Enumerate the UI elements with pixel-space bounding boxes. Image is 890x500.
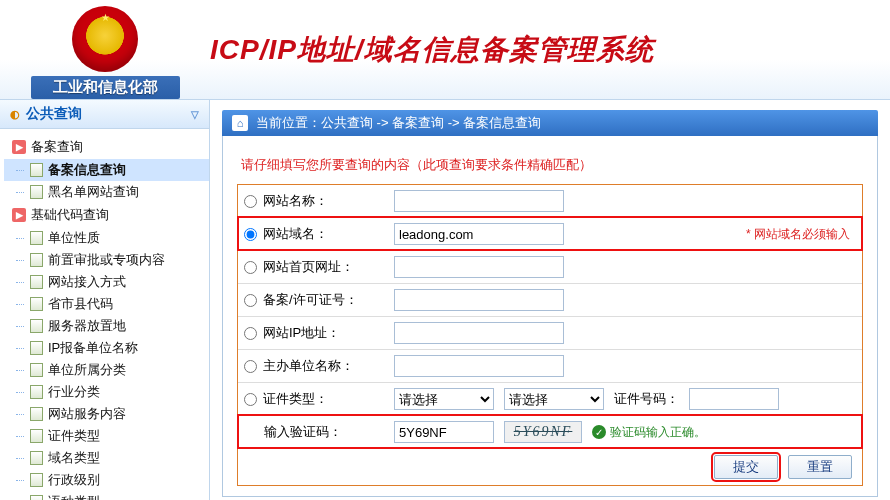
- label-site-domain[interactable]: 网站域名：: [244, 225, 394, 243]
- sidebar-group[interactable]: ▶基础代码查询: [4, 203, 209, 227]
- sidebar-item-label: 服务器放置地: [48, 317, 126, 335]
- label-site-ip[interactable]: 网站IP地址：: [244, 324, 394, 342]
- document-icon: [30, 385, 43, 399]
- sidebar-group-label: 基础代码查询: [31, 206, 109, 224]
- row-captcha: 输入验证码： 5Y69NF ✓验证码输入正确。: [238, 415, 862, 448]
- sidebar-item-label: 域名类型: [48, 449, 100, 467]
- sidebar-item-label: 网站接入方式: [48, 273, 126, 291]
- sidebar-group-label: 备案查询: [31, 138, 83, 156]
- form-container: 网站名称： 网站域名： * 网站域名必须输入 网站首页网址： 备案/许可证号：: [237, 184, 863, 486]
- input-cert-no[interactable]: [689, 388, 779, 410]
- sidebar-item[interactable]: 前置审批或专项内容: [4, 249, 209, 271]
- required-note: * 网站域名必须输入: [746, 226, 850, 243]
- radio-filing-no[interactable]: [244, 294, 257, 307]
- sidebar-header[interactable]: ◐ 公共查询 ▽: [0, 100, 209, 129]
- sidebar-item[interactable]: 备案信息查询: [4, 159, 209, 181]
- sidebar-item[interactable]: 域名类型: [4, 447, 209, 469]
- radio-site-ip[interactable]: [244, 327, 257, 340]
- ministry-name: 工业和信息化部: [31, 76, 180, 99]
- sidebar-item-label: 前置审批或专项内容: [48, 251, 165, 269]
- ministry-block: 工业和信息化部: [0, 0, 210, 99]
- check-icon: ✓: [592, 425, 606, 439]
- row-filing-no: 备案/许可证号：: [238, 283, 862, 316]
- input-site-ip[interactable]: [394, 322, 564, 344]
- reset-button[interactable]: 重置: [788, 455, 852, 479]
- cert-no-label: 证件号码：: [614, 390, 679, 408]
- sidebar-item-label: 行业分类: [48, 383, 100, 401]
- sidebar-tree: ▶备案查询备案信息查询黑名单网站查询▶基础代码查询单位性质前置审批或专项内容网站…: [0, 129, 209, 500]
- document-icon: [30, 341, 43, 355]
- sidebar-item-label: 省市县代码: [48, 295, 113, 313]
- sidebar-item-label: 备案信息查询: [48, 161, 126, 179]
- main-content: ⌂ 当前位置：公共查询 -> 备案查询 -> 备案信息查询 请仔细填写您所要查询…: [210, 100, 890, 500]
- radio-sponsor[interactable]: [244, 360, 257, 373]
- expand-icon: ◐: [10, 108, 20, 121]
- sidebar-title: 公共查询: [26, 105, 82, 123]
- document-icon: [30, 297, 43, 311]
- label-captcha: 输入验证码：: [244, 423, 394, 441]
- query-panel: 请仔细填写您所要查询的内容（此项查询要求条件精确匹配） 网站名称： 网站域名： …: [222, 136, 878, 497]
- radio-site-name[interactable]: [244, 195, 257, 208]
- document-icon: [30, 363, 43, 377]
- sidebar-item[interactable]: 网站服务内容: [4, 403, 209, 425]
- sidebar-group[interactable]: ▶备案查询: [4, 135, 209, 159]
- label-sponsor[interactable]: 主办单位名称：: [244, 357, 394, 375]
- folder-icon: ▶: [12, 208, 26, 222]
- captcha-ok: ✓验证码输入正确。: [592, 424, 706, 441]
- label-site-homepage[interactable]: 网站首页网址：: [244, 258, 394, 276]
- sidebar-item[interactable]: 黑名单网站查询: [4, 181, 209, 203]
- document-icon: [30, 429, 43, 443]
- document-icon: [30, 473, 43, 487]
- row-site-ip: 网站IP地址：: [238, 316, 862, 349]
- radio-cert[interactable]: [244, 393, 257, 406]
- page-header: 工业和信息化部 ICP/IP地址/域名信息备案管理系统: [0, 0, 890, 100]
- national-emblem-icon: [72, 6, 138, 72]
- document-icon: [30, 319, 43, 333]
- sidebar-item[interactable]: 证件类型: [4, 425, 209, 447]
- label-filing-no[interactable]: 备案/许可证号：: [244, 291, 394, 309]
- site-title: ICP/IP地址/域名信息备案管理系统: [210, 31, 654, 69]
- radio-site-domain[interactable]: [244, 228, 257, 241]
- sidebar-item[interactable]: 行业分类: [4, 381, 209, 403]
- input-site-name[interactable]: [394, 190, 564, 212]
- input-site-domain[interactable]: [394, 223, 564, 245]
- input-sponsor[interactable]: [394, 355, 564, 377]
- input-filing-no[interactable]: [394, 289, 564, 311]
- chevron-down-icon: ▽: [191, 109, 199, 120]
- captcha-image[interactable]: 5Y69NF: [504, 421, 582, 443]
- sidebar-item-label: 网站服务内容: [48, 405, 126, 423]
- document-icon: [30, 253, 43, 267]
- document-icon: [30, 231, 43, 245]
- row-sponsor: 主办单位名称：: [238, 349, 862, 382]
- sidebar-item[interactable]: 行政级别: [4, 469, 209, 491]
- button-row: 提交 重置: [238, 448, 862, 485]
- label-site-name[interactable]: 网站名称：: [244, 192, 394, 210]
- document-icon: [30, 451, 43, 465]
- sidebar-item[interactable]: 省市县代码: [4, 293, 209, 315]
- sidebar-item[interactable]: 网站接入方式: [4, 271, 209, 293]
- sidebar-item[interactable]: 语种类型: [4, 491, 209, 500]
- breadcrumb-text: 当前位置：公共查询 -> 备案查询 -> 备案信息查询: [256, 114, 541, 132]
- document-icon: [30, 163, 43, 177]
- radio-site-homepage[interactable]: [244, 261, 257, 274]
- sidebar-item-label: 单位性质: [48, 229, 100, 247]
- sidebar: ◐ 公共查询 ▽ ▶备案查询备案信息查询黑名单网站查询▶基础代码查询单位性质前置…: [0, 100, 210, 500]
- sidebar-item-label: 证件类型: [48, 427, 100, 445]
- sidebar-item-label: 行政级别: [48, 471, 100, 489]
- label-cert[interactable]: 证件类型：: [244, 390, 394, 408]
- sidebar-item-label: 黑名单网站查询: [48, 183, 139, 201]
- sidebar-item-label: 语种类型: [48, 493, 100, 500]
- input-captcha[interactable]: [394, 421, 494, 443]
- home-icon[interactable]: ⌂: [232, 115, 248, 131]
- sidebar-item[interactable]: 单位性质: [4, 227, 209, 249]
- input-site-homepage[interactable]: [394, 256, 564, 278]
- sidebar-item[interactable]: 单位所属分类: [4, 359, 209, 381]
- sidebar-item[interactable]: 服务器放置地: [4, 315, 209, 337]
- row-site-homepage: 网站首页网址：: [238, 250, 862, 283]
- select-cert-type-2[interactable]: 请选择: [504, 388, 604, 410]
- document-icon: [30, 407, 43, 421]
- sidebar-item[interactable]: IP报备单位名称: [4, 337, 209, 359]
- sidebar-item-label: 单位所属分类: [48, 361, 126, 379]
- select-cert-type-1[interactable]: 请选择: [394, 388, 494, 410]
- submit-button[interactable]: 提交: [714, 455, 778, 479]
